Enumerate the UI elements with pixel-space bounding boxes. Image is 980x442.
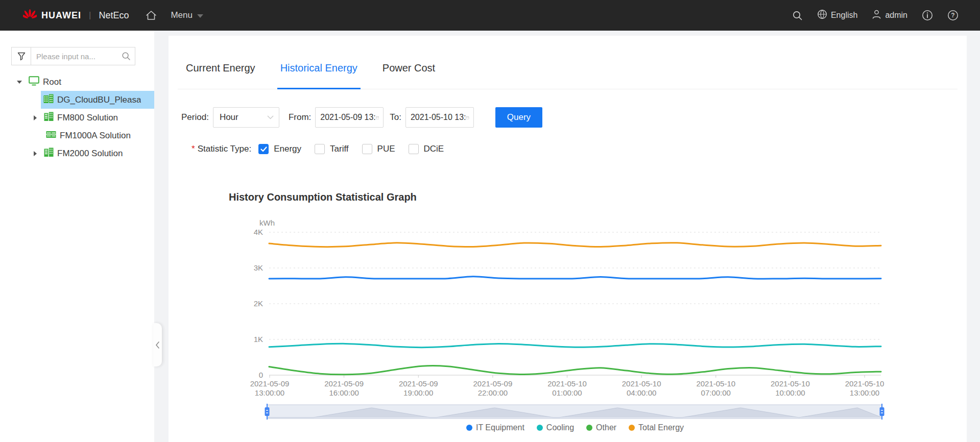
legend-item-total-energy[interactable]: Total Energy xyxy=(629,423,684,432)
chevron-left-icon xyxy=(155,341,160,349)
legend-dot-icon xyxy=(537,425,543,431)
statistic-type-label: Statistic Type: xyxy=(198,144,252,154)
sidebar-item-root[interactable]: Root xyxy=(0,73,154,91)
sidebar-item-fm800[interactable]: FM800 Solution xyxy=(0,109,154,127)
checkbox-box[interactable] xyxy=(409,144,419,154)
query-button[interactable]: Query xyxy=(495,107,542,128)
y-tick-label: 1K xyxy=(254,335,263,343)
chevron-down-icon xyxy=(267,115,274,119)
y-axis-unit-label: kWh xyxy=(259,218,275,227)
chevron-down-icon xyxy=(197,14,203,18)
x-tick-label: 2021-05-1007:00:00 xyxy=(696,379,735,397)
tree-node-label: Root xyxy=(43,77,61,87)
filter-row: Period: Hour From: 2021-05-09 13: To: 20… xyxy=(181,107,542,128)
legend-label: Total Energy xyxy=(638,423,684,432)
chart-title: History Consumption Statistical Graph xyxy=(229,191,417,203)
legend-dot-icon xyxy=(586,425,592,431)
menu-label: Menu xyxy=(171,10,193,20)
legend-label: Cooling xyxy=(546,423,574,432)
chart-canvas: kWh4K3K2K1K02021-05-0913:00:002021-05-09… xyxy=(169,209,967,439)
series-line-total-energy xyxy=(269,243,881,247)
calendar-icon xyxy=(466,114,469,121)
checkbox-box[interactable] xyxy=(258,144,269,154)
calendar-icon xyxy=(376,114,379,121)
series-line-other xyxy=(269,366,881,375)
x-tick-label: 2021-05-0922:00:00 xyxy=(473,379,513,397)
legend-dot-icon xyxy=(629,425,635,431)
sidebar-item-dg-cloudbu[interactable]: DG_CloudBU_Pleasa xyxy=(41,91,154,109)
sidebar-collapse-handle[interactable] xyxy=(153,323,162,366)
filter-icon[interactable] xyxy=(12,47,31,65)
x-tick-label: 2021-05-0916:00:00 xyxy=(324,379,364,397)
from-label: From: xyxy=(289,112,311,122)
legend-item-it-equipment[interactable]: IT Equipment xyxy=(466,423,524,432)
statistic-type-row: * Statistic Type: Energy Tariff xyxy=(192,141,444,157)
required-mark: * xyxy=(192,144,195,154)
datazoom-handle-left[interactable] xyxy=(265,407,270,416)
checkbox-dcie[interactable]: DCiE xyxy=(409,144,444,154)
legend-label: IT Equipment xyxy=(476,423,524,432)
sidebar-item-fm1000a[interactable]: FM1000A Solution xyxy=(0,127,154,144)
caret-right-icon[interactable] xyxy=(34,115,37,120)
sidebar-item-fm2000[interactable]: FM2000 Solution xyxy=(0,144,154,162)
checkbox-box[interactable] xyxy=(362,144,372,154)
search-submit-icon[interactable] xyxy=(117,47,135,65)
y-tick-label: 2K xyxy=(254,299,263,308)
history-consumption-chart: kWh4K3K2K1K02021-05-0913:00:002021-05-09… xyxy=(169,209,967,439)
x-tick-label: 2021-05-1010:00:00 xyxy=(771,379,810,397)
globe-icon xyxy=(817,9,827,21)
to-date-input[interactable]: 2021-05-10 13: xyxy=(405,107,474,128)
legend-item-cooling[interactable]: Cooling xyxy=(537,423,574,432)
sidebar: Root DG_CloudBU_ xyxy=(0,31,154,442)
from-date-input[interactable]: 2021-05-09 13: xyxy=(315,107,384,128)
x-tick-label: 2021-05-1013:00:00 xyxy=(845,379,885,397)
from-date-value: 2021-05-09 13: xyxy=(320,113,376,122)
building-icon xyxy=(43,94,54,106)
tab-historical-energy[interactable]: Historical Energy xyxy=(277,62,361,89)
language-switcher[interactable]: English xyxy=(817,9,857,21)
language-label: English xyxy=(831,11,857,20)
caret-down-icon[interactable] xyxy=(17,81,22,84)
menu-dropdown[interactable]: Menu xyxy=(171,10,203,20)
x-tick-label: 2021-05-0913:00:00 xyxy=(250,379,290,397)
to-label: To: xyxy=(390,112,401,122)
tree-node-label: FM1000A Solution xyxy=(60,131,131,141)
checkbox-label: DCiE xyxy=(424,144,444,154)
y-tick-label: 4K xyxy=(254,228,263,236)
tree-node-label: FM800 Solution xyxy=(57,113,118,123)
brand-divider: | xyxy=(89,10,91,20)
checkbox-energy[interactable]: Energy xyxy=(258,144,301,154)
to-date-value: 2021-05-10 13: xyxy=(411,113,466,122)
y-tick-label: 3K xyxy=(254,263,263,272)
tab-current-energy[interactable]: Current Energy xyxy=(183,62,258,89)
x-tick-label: 2021-05-1004:00:00 xyxy=(622,379,661,397)
checkbox-label: Energy xyxy=(274,144,301,154)
search-input[interactable] xyxy=(31,52,117,61)
legend-label: Other xyxy=(596,423,616,432)
statistic-options: Energy Tariff PUE xyxy=(258,144,444,154)
username-label: admin xyxy=(885,11,907,20)
caret-right-icon[interactable] xyxy=(34,151,37,156)
period-select[interactable]: Hour xyxy=(213,107,279,128)
period-label: Period: xyxy=(181,112,209,122)
checkbox-label: Tariff xyxy=(330,144,349,154)
checkbox-box[interactable] xyxy=(315,144,325,154)
user-menu[interactable]: admin xyxy=(872,9,907,21)
product-name: NetEco xyxy=(99,10,129,21)
legend-item-other[interactable]: Other xyxy=(586,423,616,432)
chart-legend: IT EquipmentCoolingOtherTotal Energy xyxy=(269,422,881,434)
info-icon[interactable] xyxy=(922,10,933,21)
huawei-logo-icon xyxy=(23,9,37,22)
checkbox-pue[interactable]: PUE xyxy=(362,144,395,154)
tab-bar: Current Energy Historical Energy Power C… xyxy=(183,62,438,89)
tab-power-cost[interactable]: Power Cost xyxy=(379,62,438,89)
tree-node-label: DG_CloudBU_Pleasa xyxy=(57,95,141,105)
topbar: HUAWEI | NetEco Menu En xyxy=(0,0,980,31)
tree-search-box xyxy=(11,47,135,65)
datazoom-handle-right[interactable] xyxy=(880,407,885,416)
search-icon[interactable] xyxy=(792,10,803,21)
checkbox-tariff[interactable]: Tariff xyxy=(315,144,349,154)
home-icon[interactable] xyxy=(145,10,157,21)
svg-text:?: ? xyxy=(951,12,954,19)
help-icon[interactable]: ? xyxy=(947,10,959,21)
